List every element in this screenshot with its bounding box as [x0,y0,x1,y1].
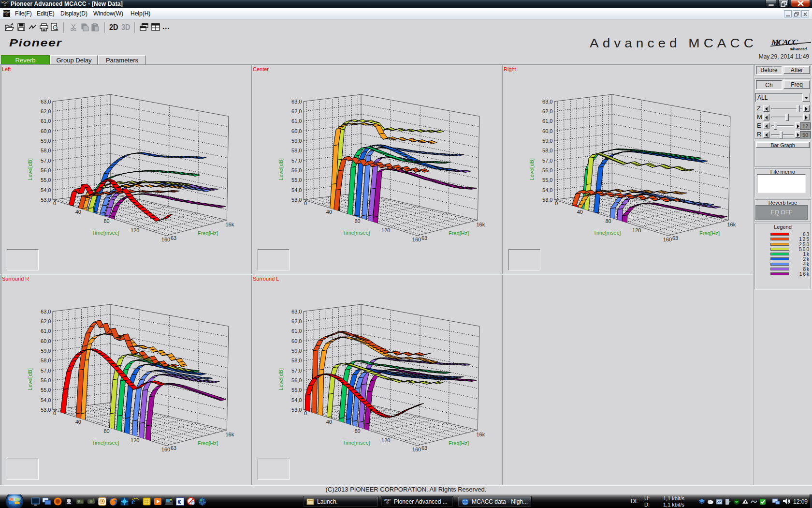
svg-text:56,0: 56,0 [41,167,51,173]
svg-text:53,0: 53,0 [542,197,552,203]
svg-text:Time[msec]: Time[msec] [92,440,119,446]
svg-text:54,0: 54,0 [291,397,302,403]
svg-text:63: 63 [421,235,427,241]
svg-text:60,0: 60,0 [542,128,552,134]
svg-text:59,0: 59,0 [291,348,302,354]
svg-text:63: 63 [171,235,176,241]
svg-text:16k: 16k [225,432,234,437]
svg-text:0: 0 [555,200,558,206]
svg-text:59,0: 59,0 [41,348,51,354]
svg-text:Level[dB]: Level[dB] [278,158,284,180]
svg-text:58,0: 58,0 [542,148,552,153]
svg-text:Freq[Hz]: Freq[Hz] [699,230,720,236]
svg-text:Freq[Hz]: Freq[Hz] [198,230,218,236]
svg-text:63: 63 [421,445,427,451]
svg-text:57,0: 57,0 [41,158,51,164]
svg-text:58,0: 58,0 [291,358,302,363]
svg-text:0: 0 [53,410,56,416]
svg-text:59,0: 59,0 [542,138,552,144]
svg-text:53,0: 53,0 [291,197,302,203]
svg-text:53,0: 53,0 [291,407,302,413]
svg-text:80: 80 [605,218,611,224]
svg-text:57,0: 57,0 [542,158,552,164]
svg-text:61,0: 61,0 [291,118,302,124]
svg-text:55,0: 55,0 [41,177,51,183]
svg-text:62,0: 62,0 [291,318,302,324]
svg-text:120: 120 [632,227,641,233]
svg-text:53,0: 53,0 [41,407,51,413]
svg-text:58,0: 58,0 [41,148,51,153]
svg-text:80: 80 [354,218,360,224]
svg-text:120: 120 [381,437,390,443]
svg-text:60,0: 60,0 [291,128,302,134]
svg-text:€: € [178,498,181,506]
svg-text:62,0: 62,0 [291,108,302,114]
svg-text:120: 120 [381,227,390,233]
svg-text:Time[msec]: Time[msec] [594,230,621,236]
svg-text:58,0: 58,0 [41,358,51,363]
svg-text:16k: 16k [225,222,234,227]
svg-text:54,0: 54,0 [291,187,302,193]
svg-text:160: 160 [161,447,170,452]
svg-text:62,0: 62,0 [41,108,51,114]
svg-text:Freq[Hz]: Freq[Hz] [449,440,469,446]
svg-text:55,0: 55,0 [542,177,552,183]
svg-text:40: 40 [75,419,81,425]
svg-text:40: 40 [577,209,583,215]
svg-text:16k: 16k [727,222,736,227]
svg-text:54,0: 54,0 [41,187,51,193]
svg-text:59,0: 59,0 [41,138,51,144]
svg-text:160: 160 [161,237,170,242]
svg-text:advanced: advanced [790,46,807,51]
svg-text:Level[dB]: Level[dB] [278,368,284,390]
svg-text:56,0: 56,0 [291,377,302,383]
svg-text:Freq[Hz]: Freq[Hz] [198,440,218,446]
svg-text:120: 120 [130,227,139,233]
svg-text:80: 80 [103,428,109,434]
svg-text:80: 80 [103,218,109,224]
svg-text:40: 40 [326,209,332,215]
svg-text:57,0: 57,0 [291,158,302,164]
svg-text:120: 120 [130,437,139,443]
svg-text:0: 0 [53,200,56,206]
svg-text:Level[dB]: Level[dB] [27,158,33,180]
svg-text:16k: 16k [476,222,485,227]
svg-text:56,0: 56,0 [41,377,51,383]
svg-text:62,0: 62,0 [41,318,51,324]
svg-text:63: 63 [171,445,176,451]
svg-text:Freq[Hz]: Freq[Hz] [449,230,469,236]
svg-text:0: 0 [304,410,307,416]
svg-text:56,0: 56,0 [542,167,552,173]
svg-text:63,0: 63,0 [291,309,302,314]
svg-text:Level[dB]: Level[dB] [27,368,33,390]
svg-text:53,0: 53,0 [41,197,51,203]
svg-text:55,0: 55,0 [291,387,302,393]
svg-text:60,0: 60,0 [41,128,51,134]
svg-text:62,0: 62,0 [542,108,552,114]
svg-text:63,0: 63,0 [41,99,51,105]
svg-text:Time[msec]: Time[msec] [343,440,370,446]
svg-text:59,0: 59,0 [291,138,302,144]
svg-text:63: 63 [672,235,678,241]
svg-text:0: 0 [304,200,307,206]
svg-text:60,0: 60,0 [291,338,302,344]
svg-text:60,0: 60,0 [41,338,51,344]
svg-text:63,0: 63,0 [542,99,552,105]
svg-text:58,0: 58,0 [291,148,302,153]
svg-text:54,0: 54,0 [542,187,552,193]
svg-text:160: 160 [663,237,672,242]
svg-text:40: 40 [75,209,81,215]
svg-text:Level[dB]: Level[dB] [529,158,535,180]
svg-text:Time[msec]: Time[msec] [343,230,370,236]
svg-text:Time[msec]: Time[msec] [92,230,119,236]
svg-text:56,0: 56,0 [291,167,302,173]
svg-text:61,0: 61,0 [41,328,51,334]
svg-text:57,0: 57,0 [41,368,51,374]
svg-text:61,0: 61,0 [41,118,51,124]
svg-text:40: 40 [326,419,332,425]
svg-text:61,0: 61,0 [291,328,302,334]
svg-text:61,0: 61,0 [542,118,552,124]
svg-text:160: 160 [412,237,421,242]
svg-text:63,0: 63,0 [291,99,302,105]
svg-text:80: 80 [354,428,360,434]
